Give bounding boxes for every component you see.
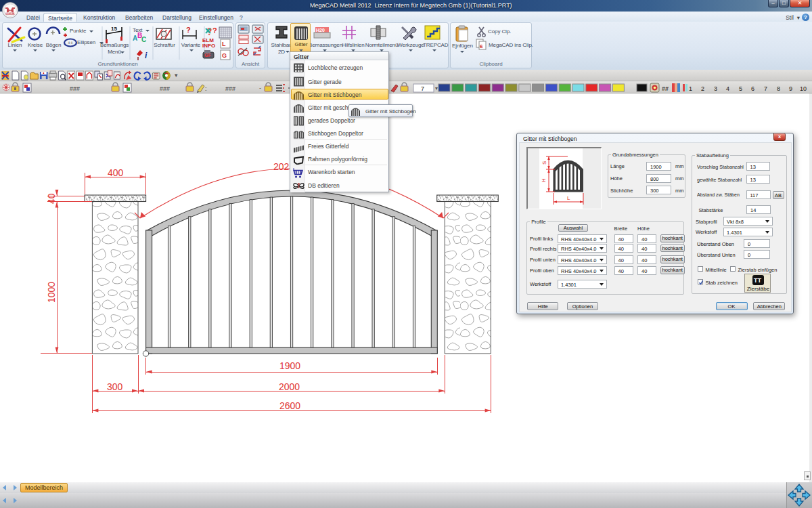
svg-text:2: 2 — [701, 85, 704, 92]
svg-text:C: C — [141, 36, 146, 43]
svg-text:?: ? — [186, 26, 191, 34]
svg-text:40: 40 — [46, 193, 57, 204]
svg-text:5: 5 — [739, 85, 742, 92]
svg-text:2600: 2600 — [279, 400, 300, 411]
svg-text:1000: 1000 — [46, 282, 57, 303]
svg-text:-: - — [259, 85, 261, 91]
svg-text:H20: H20 — [316, 28, 325, 33]
svg-text:###: ### — [225, 85, 235, 92]
svg-text:6: 6 — [480, 43, 483, 49]
svg-text:7: 7 — [764, 85, 767, 92]
svg-text:▾: ▾ — [175, 72, 178, 79]
svg-text:i: i — [145, 51, 148, 60]
svg-text:8: 8 — [777, 85, 780, 92]
svg-text:INFO: INFO — [202, 43, 215, 49]
svg-text:1900: 1900 — [279, 360, 300, 371]
svg-text:L: L — [222, 41, 226, 47]
svg-text:###: ### — [70, 85, 80, 92]
svg-text:?: ? — [212, 26, 217, 35]
svg-text:300: 300 — [107, 381, 123, 392]
svg-text:400: 400 — [108, 167, 124, 178]
svg-text:H: H — [541, 178, 547, 182]
svg-text:GF: GF — [204, 53, 211, 58]
svg-text:###: ### — [160, 85, 170, 92]
svg-text:S: S — [541, 161, 547, 164]
svg-text:10: 10 — [800, 85, 807, 92]
svg-text:1: 1 — [689, 85, 692, 92]
svg-text:G: G — [222, 52, 227, 59]
svg-text:9: 9 — [789, 85, 792, 92]
svg-text:TT: TT — [754, 277, 761, 284]
svg-text:3: 3 — [714, 85, 717, 92]
svg-text:6: 6 — [751, 85, 754, 92]
svg-text:4: 4 — [726, 85, 729, 92]
svg-text:++: ++ — [68, 41, 73, 45]
svg-text:7: 7 — [421, 85, 424, 92]
svg-text:15: 15 — [111, 26, 117, 32]
svg-text:##: ## — [662, 85, 669, 92]
svg-text:2000: 2000 — [279, 381, 300, 392]
svg-text::: : — [205, 85, 207, 92]
svg-text:▾: ▾ — [435, 85, 438, 91]
svg-text:MEGACAD: MEGACAD — [6, 12, 17, 15]
svg-text:L: L — [567, 195, 570, 201]
